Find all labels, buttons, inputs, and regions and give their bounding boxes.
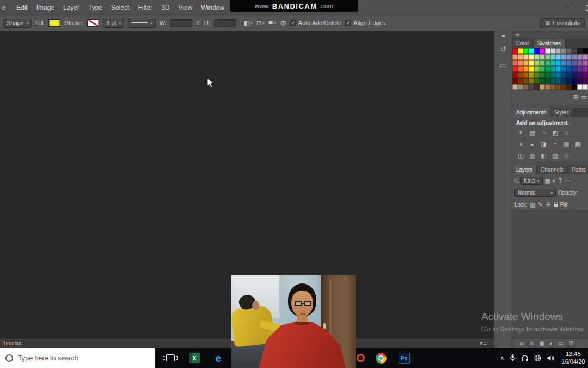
swatch[interactable] [577,84,583,90]
swatch[interactable] [523,84,529,90]
stroke-width-combo[interactable]: 3 pt ▾ [103,19,124,28]
lock-transparency-icon[interactable]: ▨ [530,202,535,208]
volume-icon[interactable] [547,354,555,362]
swatch[interactable] [512,60,518,66]
gear-icon[interactable]: ⚙ [280,19,286,27]
tray-expand-icon[interactable]: ∧ [500,355,504,361]
swatch[interactable] [518,60,523,66]
swatch[interactable] [523,48,529,54]
swatch[interactable] [566,60,572,66]
swatch[interactable] [534,78,540,84]
swatch[interactable] [540,84,545,90]
vibrance-icon[interactable]: ▽ [562,129,571,137]
menu-image[interactable]: Image [36,4,54,11]
swatch[interactable] [561,78,566,84]
history-panel-button[interactable]: ↺ [497,45,510,53]
panel-tab-color[interactable]: Color [512,39,534,48]
menu-3d[interactable]: 3D [161,4,169,11]
exposure-icon[interactable]: ◩ [550,129,560,137]
swatch[interactable] [572,54,577,60]
swatch[interactable] [545,60,550,66]
swatch[interactable] [529,72,534,78]
network-icon[interactable] [534,354,542,362]
swatch[interactable] [561,54,566,60]
panel-tab-channels[interactable]: Channels [537,165,568,174]
task-view-button[interactable] [158,348,182,368]
swatch[interactable] [572,72,577,78]
height-input[interactable] [214,19,236,27]
swatch[interactable] [555,78,561,84]
swatch[interactable] [577,48,583,54]
swatch[interactable] [545,66,550,72]
collapse-dock-icon[interactable]: ◂◂ [515,32,518,37]
swatch[interactable] [550,72,556,78]
swatch[interactable] [572,60,577,66]
align-edges-checkbox[interactable]: ✓ Align Edges [345,20,385,26]
swatch[interactable] [545,84,550,90]
panel-tab-adjustments[interactable]: Adjustments [512,108,550,117]
taskbar-chrome-button[interactable] [369,348,393,368]
swatch[interactable] [523,60,529,66]
swatch[interactable] [529,78,534,84]
search-input[interactable] [18,354,127,362]
swatch[interactable] [550,66,556,72]
filter-shape-layers-icon[interactable]: ▭ [564,178,569,184]
swatch[interactable] [572,66,577,72]
swatch[interactable] [577,78,583,84]
minimize-button[interactable]: — [565,4,575,11]
menu-type[interactable]: Type [88,4,102,11]
fill-color-swatch[interactable] [48,19,60,27]
panel-tab-layers[interactable]: Layers [512,165,537,174]
swatch[interactable] [540,60,545,66]
taskbar-edge-button[interactable]: e [206,348,230,368]
swatch[interactable] [577,60,583,66]
swatch[interactable] [555,66,561,72]
swatch[interactable] [555,54,561,60]
swatch[interactable] [577,66,583,72]
swatch[interactable] [561,72,566,78]
swatch[interactable] [518,48,523,54]
taskbar-photoshop-button[interactable]: Ps [392,348,416,368]
swatch[interactable] [572,84,577,90]
swatch[interactable] [550,78,556,84]
swatch[interactable] [550,60,556,66]
auto-add-delete-checkbox[interactable]: ✓ Auto Add/Delete [290,20,342,26]
taskbar-clock[interactable]: 13:45 16/04/20 [560,351,587,366]
menu-select[interactable]: Select [111,4,129,11]
combine-shapes-button[interactable]: ◧ ▾ [244,20,253,27]
swatch[interactable] [512,84,518,90]
swatch[interactable] [583,84,588,90]
channel-mixer-icon[interactable]: ▦ [562,140,571,148]
swatch[interactable] [583,78,588,84]
panel-tab-styles[interactable]: Styles [550,108,573,117]
panel-tab-swatches[interactable]: Swatches [534,39,565,48]
color-lookup-icon[interactable]: ▩ [573,140,583,148]
new-adjustment-layer-icon[interactable]: ◐ [549,340,553,346]
selective-color-icon[interactable]: ◇ [562,152,571,160]
photo-filter-icon[interactable]: ◓ [550,140,560,148]
lock-all-icon[interactable] [554,204,558,207]
swatch[interactable] [555,60,561,66]
layer-effects-icon[interactable]: fx [529,340,534,346]
swatch[interactable] [555,84,561,90]
headphones-icon[interactable] [521,354,529,362]
microphone-icon[interactable] [509,354,516,362]
swatch[interactable] [518,78,523,84]
swatch[interactable] [561,66,566,72]
swatch[interactable] [529,48,534,54]
swatch[interactable] [566,66,572,72]
swatch[interactable] [566,84,572,90]
color-balance-icon[interactable]: ◒ [528,140,537,148]
swatch[interactable] [540,66,545,72]
swatch[interactable] [523,72,529,78]
swatch[interactable] [545,78,550,84]
lock-paint-icon[interactable]: ✎ [538,202,543,208]
swatch[interactable] [518,54,523,60]
black-white-icon[interactable]: ◨ [539,140,548,148]
width-input[interactable] [170,19,192,27]
swatch[interactable] [540,72,545,78]
swatch[interactable] [523,54,529,60]
properties-panel-button[interactable]: ≔ [497,61,510,70]
swatch[interactable] [577,72,583,78]
path-arrange-button[interactable]: ≣ ▾ [268,20,276,27]
